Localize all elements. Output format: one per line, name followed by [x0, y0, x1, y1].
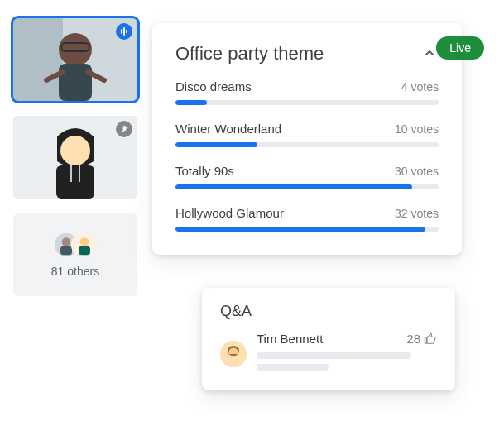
qa-text-placeholder — [257, 364, 329, 371]
svg-rect-6 — [123, 27, 125, 36]
participant-tile-2[interactable] — [13, 116, 137, 199]
qa-author-name: Tim Bennett — [257, 332, 323, 346]
poll-bar-fill — [175, 100, 207, 105]
others-count-label: 81 others — [51, 265, 99, 278]
muted-icon — [116, 121, 132, 137]
svg-rect-5 — [121, 29, 122, 34]
poll-bar-track — [175, 227, 439, 232]
svg-point-2 — [59, 33, 92, 66]
qa-upvote-button[interactable]: 28 — [406, 332, 437, 346]
others-tile[interactable]: 81 others — [13, 213, 137, 296]
poll-bar-fill — [175, 227, 425, 232]
poll-option[interactable]: Disco dreams 4 votes — [175, 79, 439, 105]
thumbs-up-icon — [424, 332, 437, 346]
qa-title: Q&A — [220, 303, 437, 320]
qa-upvote-count: 28 — [406, 332, 420, 346]
poll-option-votes: 30 votes — [395, 165, 439, 178]
poll-bar-track — [175, 100, 439, 105]
qa-card: Q&A Tim Bennett 28 — [202, 288, 455, 390]
poll-option[interactable]: Totally 90s 30 votes — [175, 164, 439, 189]
poll-option-name: Totally 90s — [175, 164, 234, 178]
svg-rect-18 — [79, 246, 90, 256]
svg-rect-15 — [60, 246, 72, 256]
others-avatars — [53, 232, 98, 258]
qa-item[interactable]: Tim Bennett 28 — [220, 332, 437, 376]
svg-rect-3 — [59, 64, 92, 101]
avatar — [220, 341, 247, 367]
speaking-indicator-icon — [116, 23, 132, 40]
poll-option-votes: 10 votes — [395, 122, 439, 136]
svg-rect-7 — [126, 30, 127, 33]
poll-bar-track — [175, 142, 439, 147]
live-badge: Live — [436, 36, 484, 60]
qa-text-placeholder — [257, 352, 411, 359]
poll-bar-fill — [175, 184, 412, 189]
poll-option-name: Hollywood Glamour — [175, 206, 284, 220]
svg-point-14 — [62, 237, 71, 246]
avatar — [71, 232, 98, 258]
participant-tile-1[interactable] — [13, 18, 137, 101]
poll-option[interactable]: Hollywood Glamour 32 votes — [175, 206, 439, 232]
chevron-up-icon — [424, 47, 435, 59]
poll-option-name: Disco dreams — [175, 79, 252, 93]
poll-title: Office party theme — [175, 43, 324, 65]
svg-rect-1 — [13, 18, 63, 101]
poll-bar-track — [175, 184, 439, 189]
poll-bar-fill — [175, 142, 257, 147]
poll-option[interactable]: Winter Wonderland 10 votes — [175, 122, 439, 147]
poll-option-votes: 32 votes — [395, 207, 439, 220]
svg-rect-11 — [56, 165, 94, 199]
svg-point-17 — [80, 237, 89, 246]
poll-option-name: Winter Wonderland — [175, 122, 281, 136]
poll-card: Office party theme Disco dreams 4 votes … — [152, 23, 462, 255]
svg-point-10 — [60, 136, 90, 165]
poll-option-votes: 4 votes — [401, 80, 439, 93]
